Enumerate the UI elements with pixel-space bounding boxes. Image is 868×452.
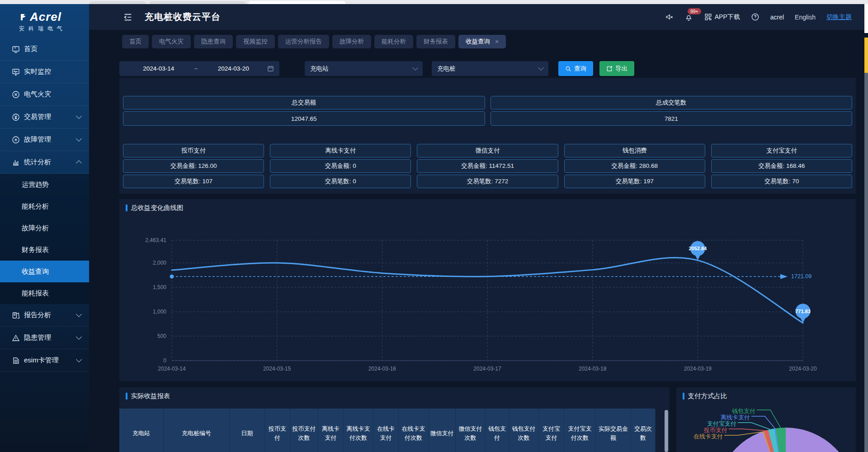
table-header-充电站: 充电站: [119, 409, 164, 452]
sidebar-item-交易管理[interactable]: 交易管理: [0, 106, 89, 128]
revenue-chart-panel: 总收益变化曲线图 05001,0001,5002,0002,463.412024…: [119, 199, 856, 381]
table-header-支付宝支付次数: 支付宝支付次数: [564, 409, 596, 452]
sidebar-menu: 首页实时监控电气火灾交易管理故障管理统计分析运营趋势能耗分析故障分析财务报表收益…: [0, 38, 89, 372]
export-button[interactable]: 导出: [599, 61, 634, 76]
chevron-down-icon: [76, 311, 82, 317]
tab-收益查询[interactable]: 收益查询×: [458, 35, 506, 48]
logo-subtext: 安科瑞电气: [19, 25, 89, 33]
sidebar-subitem-能耗分析[interactable]: 能耗分析: [0, 195, 89, 217]
sidebar-item-esim卡管理[interactable]: esim卡管理: [0, 349, 89, 372]
payment-amount: 交易金额: 0: [270, 159, 411, 173]
tab-电气火灾[interactable]: 电气火灾: [152, 35, 191, 48]
payment-amount: 交易金额: 11472.51: [417, 159, 558, 173]
station-select[interactable]: 充电站: [305, 61, 423, 76]
total-amount-value: 12047.65: [123, 111, 485, 126]
total-count-label: 总成交笔数: [491, 96, 853, 109]
username[interactable]: acrel: [770, 14, 784, 21]
payment-count: 交易笔数: 197: [564, 175, 705, 188]
sidebar-item-首页[interactable]: 首页: [0, 38, 89, 61]
scrollbar-track[interactable]: [864, 73, 868, 452]
date-start-input[interactable]: 2024-03-14: [125, 65, 193, 72]
payment-amount: 交易金额: 280.68: [564, 159, 705, 173]
table-header-微信支付: 微信支付: [429, 409, 456, 452]
table-header-实际交易金额: 实际交易金额: [596, 409, 631, 452]
close-icon[interactable]: ×: [495, 38, 499, 45]
payment-cards-row: 投币支付交易金额: 126.00交易笔数: 107离线卡支付交易金额: 0交易笔…: [119, 126, 856, 190]
sidebar-item-报告分析[interactable]: 报告分析: [0, 304, 89, 327]
mute-icon[interactable]: [665, 13, 674, 21]
table-header-投币支付次数: 投币支付次数: [290, 409, 318, 452]
sidebar-subitem-收益查询[interactable]: 收益查询: [0, 261, 89, 282]
sidebar-item-实时监控[interactable]: 实时监控: [0, 61, 89, 83]
svg-text:0: 0: [163, 357, 166, 364]
logo-text: Acrel: [30, 10, 61, 24]
sidebar: Acrel 安科瑞电气 首页实时监控电气火灾交易管理故障管理统计分析运营趋势能耗…: [0, 4, 89, 452]
logo: Acrel 安科瑞电气: [0, 4, 89, 38]
revenue-table-panel: 实际收益报表 充电站充电桩编号日期投币支付投币支付次数离线卡支付离线卡支付次数在…: [119, 387, 670, 452]
pile-select[interactable]: 充电桩: [432, 61, 548, 76]
sidebar-subitem-故障分析[interactable]: 故障分析: [0, 217, 89, 239]
payment-count: 交易笔数: 70: [711, 175, 852, 188]
theme-switch-link[interactable]: 切换主题: [826, 13, 852, 21]
total-amount-card: 总交易额 12047.65: [123, 96, 485, 126]
search-icon: [565, 66, 571, 72]
payment-title: 离线卡支付: [270, 144, 411, 157]
sidebar-item-故障管理[interactable]: 故障管理: [0, 128, 89, 151]
sidebar-subitem-运营趋势[interactable]: 运营趋势: [0, 174, 89, 195]
total-amount-label: 总交易额: [123, 96, 485, 109]
svg-text:2024-03-16: 2024-03-16: [368, 366, 396, 372]
sidebar-item-电气火灾[interactable]: 电气火灾: [0, 83, 89, 106]
table-header-微信支付次数: 微信支付次数: [456, 409, 486, 452]
tab-能耗分析[interactable]: 能耗分析: [374, 35, 413, 48]
svg-text:2024-03-19: 2024-03-19: [684, 366, 712, 372]
export-icon: [606, 66, 613, 72]
top-bar: 充电桩收费云平台 99+ APP下载 acrel: [89, 4, 864, 30]
payment-card-投币支付: 投币支付交易金额: 126.00交易笔数: 107: [123, 144, 264, 190]
scrollbar-thumb[interactable]: [864, 38, 868, 73]
chevron-up-icon: [76, 160, 82, 166]
help-icon[interactable]: [751, 13, 760, 21]
table-header-在线卡支付: 在线卡支付: [373, 409, 399, 452]
warning-icon: [12, 334, 20, 342]
table-header-支付宝支付: 支付宝支付: [539, 409, 564, 452]
svg-text:500: 500: [157, 333, 166, 339]
app-root: Acrel 安科瑞电气 首页实时监控电气火灾交易管理故障管理统计分析运营趋势能耗…: [0, 0, 868, 452]
language-switch[interactable]: English: [795, 14, 816, 21]
revenue-line-chart: 05001,0001,5002,0002,463.412024-03-14202…: [119, 212, 856, 381]
tab-运营分析报告[interactable]: 运营分析报告: [278, 35, 329, 48]
monitor-icon: [12, 68, 20, 76]
pile-select-value: 充电桩: [437, 65, 539, 73]
sidebar-item-隐患管理[interactable]: 隐患管理: [0, 327, 89, 349]
chevron-down-icon: [412, 65, 418, 71]
date-end-input[interactable]: 2024-03-20: [199, 65, 267, 72]
table-scrollbar-thumb[interactable]: [665, 410, 668, 452]
menu-fold-icon[interactable]: [123, 12, 133, 22]
table-header-离线卡支付次数: 离线卡支付次数: [344, 409, 373, 452]
table-header-在线卡支付次数: 在线卡支付次数: [399, 409, 429, 452]
svg-text:2024-03-14: 2024-03-14: [158, 366, 186, 372]
app-download-button[interactable]: APP下载: [704, 13, 740, 21]
tab-故障分析[interactable]: 故障分析: [332, 35, 371, 48]
browser-strip: [0, 0, 868, 4]
pie-label-在线卡支付: 在线卡支付: [693, 433, 723, 441]
tab-隐患查询[interactable]: 隐患查询: [194, 35, 233, 48]
chevron-down-icon: [76, 357, 82, 362]
payment-amount: 交易金额: 126.00: [123, 159, 264, 173]
svg-text:771.83: 771.83: [795, 309, 811, 314]
date-range-picker[interactable]: 2024-03-14 ~ 2024-03-20: [119, 61, 279, 76]
sidebar-item-统计分析[interactable]: 统计分析: [0, 151, 89, 174]
payment-card-微信支付: 微信支付交易金额: 11472.51交易笔数: 7272: [417, 144, 558, 190]
tab-财务报表[interactable]: 财务报表: [416, 35, 455, 48]
sidebar-submenu: 运营趋势能耗分析故障分析财务报表收益查询能耗报表: [0, 174, 89, 304]
sidebar-subitem-财务报表[interactable]: 财务报表: [0, 239, 89, 261]
svg-text:1,000: 1,000: [153, 309, 166, 315]
svg-text:2024-03-18: 2024-03-18: [579, 366, 607, 372]
tab-首页[interactable]: 首页: [122, 35, 149, 48]
notification-bell-icon[interactable]: 99+: [684, 13, 693, 21]
svg-text:2,000: 2,000: [153, 260, 166, 266]
payment-count: 交易笔数: 0: [270, 175, 411, 188]
query-button[interactable]: 查询: [558, 61, 593, 76]
chevron-down-icon: [538, 65, 544, 71]
sidebar-subitem-能耗报表[interactable]: 能耗报表: [0, 282, 89, 304]
tab-视频监控[interactable]: 视频监控: [236, 35, 275, 48]
